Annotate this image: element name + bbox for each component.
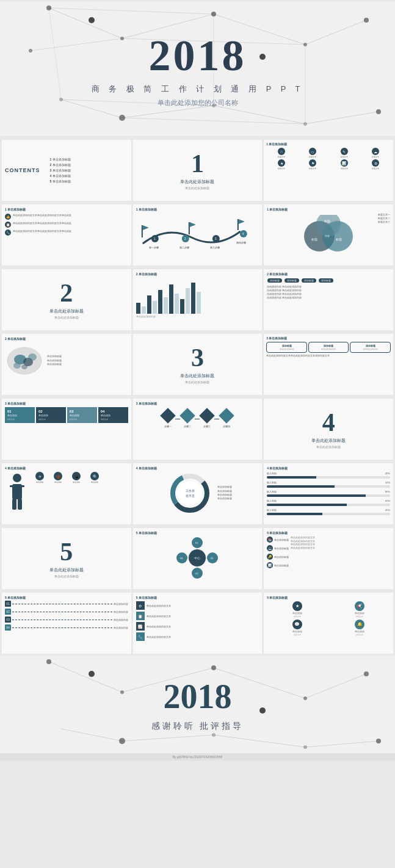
prog-label: 输入到组: [267, 481, 277, 484]
svg-text:内容: 内容: [325, 234, 330, 237]
venn-labels: 标题文本一 标题文本二 标题文本三: [378, 213, 390, 224]
svg-point-25: [303, 122, 307, 126]
list-row: 🔧 单击此处添加内容文本单击此处添加内容文本单击此处: [5, 230, 128, 236]
venn-diagram: 标题 标题 标题 内容 标题文本一 标题文本二 标题文本三: [267, 213, 390, 256]
donut-label: 单击添加标题: [217, 485, 232, 489]
arrow-line: [214, 419, 219, 419]
map-svg: [5, 342, 45, 379]
contents-item-2: 单击添加标题: [50, 162, 71, 168]
closing-text: 感谢聆听 批评指导: [151, 721, 244, 732]
svg-text:中心: 中心: [194, 556, 200, 560]
progress-list: 输入到组 40% 输入到组 55% 输入到组 80%: [267, 472, 390, 515]
icon-row: 💻 单击添加标题: [267, 545, 289, 551]
box-num: 02: [38, 410, 63, 413]
cycle-items: ✈ 单击添加 💼 单击添加 📱 单击添加 🔍 单击添加: [31, 472, 128, 515]
svg-rect-62: [10, 485, 15, 487]
card2: 添加标题 单击此处添加内容: [308, 342, 349, 353]
cycle-item: 📱 单击添加: [68, 472, 85, 483]
thumb-icon: 👍: [5, 214, 11, 220]
svg-point-104: [259, 707, 266, 714]
svg-text:2: 2: [184, 237, 186, 241]
cycle-item: 💼 单击添加: [49, 472, 67, 483]
slide-title: 4 单击添加标题: [267, 466, 390, 470]
icon-label: 标题文本: [329, 156, 359, 158]
row-text: 单击添加标题: [274, 555, 289, 559]
svg-text:第二步骤: 第二步骤: [179, 246, 189, 249]
slide-title: 4 单击添加标题: [136, 466, 259, 470]
icon-label: 标题文本: [329, 167, 359, 170]
row3: 2 单击此处添加标题 单击此处添加标题 2 单击添加标题 单击此处添加内容 2 …: [0, 267, 395, 332]
svg-point-97: [303, 696, 307, 700]
svg-point-16: [46, 5, 51, 10]
svg-point-103: [89, 671, 95, 677]
card-title: 添加标题: [352, 344, 388, 347]
section3-num: 3: [191, 345, 204, 371]
numbered-list: 01 单击添加内容 02 单击添加内容 03 单击添加内容 04 单击添加内容: [5, 601, 128, 631]
map-labels: 单击添加标题 单击添加标题 单击添加标题: [47, 355, 62, 366]
proc-text: 单击此处添加内容文本: [147, 615, 171, 618]
cards-row: 添加标题 单击此处添加内容 添加标题 单击此处添加内容 添加标题 单击此处添加内…: [266, 342, 391, 353]
dashed-line: [12, 612, 112, 612]
list-text: 单击此处添加内容文本单击此处添加内容文本单击此处: [13, 230, 71, 236]
row6: 4 单击添加标题 ✈ 单击添加: [0, 461, 395, 526]
donut-svg: 工作存 在不足: [162, 472, 217, 515]
card-text: 单击此处添加内容: [311, 348, 347, 350]
prog-fill3: [267, 494, 365, 497]
cycle-icons: ✈ 单击添加 💼 单击添加 📱 单击添加 🔍 单击添加: [31, 472, 128, 483]
row7: 5 单击此处添加标题 单击此处添加标题 5 单击添加标题 中心 01 02 03…: [0, 526, 395, 591]
diamond-item: 步骤二: [182, 410, 193, 428]
slide-title: 3 单击添加标题: [266, 336, 391, 340]
svg-line-4: [49, 8, 214, 14]
social-item: 📢 单击添加 内容文本: [330, 601, 390, 618]
svg-text:03: 03: [195, 572, 198, 575]
num-text: 单击添加内容: [114, 618, 128, 621]
icons-col: 📚 单击添加标题 💻 单击添加标题 🔑 单击添加标题 📊 单击添加标题: [267, 537, 289, 568]
section2-thumb: 2 单击此处添加标题 单击此处添加标题: [2, 269, 131, 330]
contents-item-5: 单击添加标题: [50, 179, 71, 184]
card-notes: 单击此处添加内容文本单击此处添加内容文本添加内容文本: [266, 355, 391, 357]
icon-row: 📚 单击添加标题: [267, 537, 289, 543]
svg-point-21: [29, 49, 32, 52]
svg-point-18: [211, 12, 216, 16]
icon-label: 标题文本: [298, 167, 328, 170]
icon-item: ✎ 标题文本: [329, 148, 359, 158]
row8: 5 单击添加标题 01 单击添加内容 02 单击添加内容 03 单击添加内容 0…: [0, 591, 395, 656]
cycle-label: 单击添加: [86, 481, 103, 483]
prog-pct: 45%: [385, 508, 390, 512]
cover-subtitle: 商 务 极 简 工 作 计 划 通 用 P P T: [92, 84, 304, 95]
svg-line-86: [49, 662, 122, 692]
box-text: 内容文本: [70, 418, 95, 421]
road-diagram: 1 2 3 4 第一步骤 第二步骤 第三步骤 第四步骤: [136, 213, 259, 256]
section1-subtitle: 单击此处添加标题: [180, 179, 214, 185]
slide-title: 1 单击添加标题: [136, 208, 259, 211]
prog-fill4: [267, 504, 347, 506]
svg-point-58: [28, 353, 37, 361]
svg-text:在不足: 在不足: [186, 494, 195, 497]
card-title: 添加标题: [311, 344, 347, 347]
chart-icon: 📊: [341, 159, 348, 167]
cross-thumb: 5 单击添加标题 中心 01 02 03 04: [133, 528, 263, 589]
icons-grid: ⌂ 标题文本 ▭ 标题文本 ✎ 标题文本 ☁ 标题文本 ★ 标题文本 ⚑ 标题文…: [266, 148, 391, 170]
svg-point-69: [178, 481, 202, 505]
progress-row1: 输入到组 40%: [267, 472, 390, 479]
box-text: 内容文本: [101, 418, 126, 421]
bar-item: [191, 283, 195, 314]
bottom-watermark-bar: By gt67869 No.20200725205007858: [0, 753, 395, 761]
svg-line-92: [214, 735, 305, 747]
prog-pct: 65%: [385, 499, 390, 502]
dashed-line: [12, 620, 112, 620]
svg-rect-31: [188, 222, 189, 234]
row-text: 单击添加标题: [274, 564, 289, 567]
cross-svg: 中心 01 02 03 04: [170, 537, 225, 579]
proc-icon: 📈: [136, 622, 145, 631]
person-figure: [5, 472, 29, 515]
list-icons-thumb: 1 单击添加标题 👍 单击此处添加内容文本单击此处添加内容文本单击此处 📋 单击…: [2, 204, 131, 266]
section5-num: 5: [60, 539, 73, 565]
bar-item: [136, 303, 140, 314]
progress-row5: 输入到组 45%: [267, 508, 390, 515]
prog-bar2: [267, 485, 390, 488]
icons-list-content: 📚 单击添加标题 💻 单击添加标题 🔑 单击添加标题 📊 单击添加标题 单击此处…: [267, 537, 390, 568]
thumb-icon: 🔧: [5, 230, 11, 236]
num-row: 01 单击添加内容: [5, 601, 128, 607]
social-item: ★ 单击添加 内容文本: [267, 601, 327, 618]
